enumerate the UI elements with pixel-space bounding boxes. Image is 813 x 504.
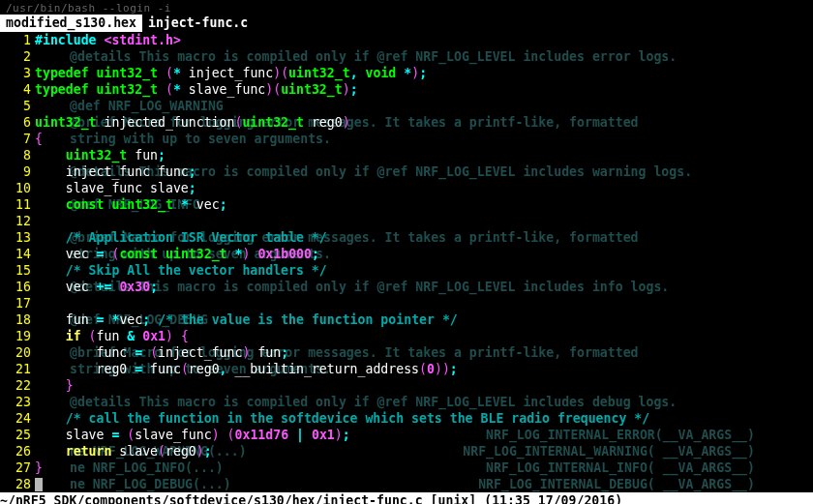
code-line[interactable]: 4typedef uint32_t (* slave_func)(uint32_…: [0, 81, 813, 98]
token-paren: )(: [265, 82, 281, 97]
ghost-text: @def NRF_LOG_WARNING: [70, 98, 224, 114]
code-content[interactable]: typedef uint32_t (* slave_func)(uint32_t…: [35, 81, 813, 98]
code-content[interactable]: @def NRF_LOG_WARNING: [35, 98, 813, 114]
code-content[interactable]: @details This macro is compiled only if …: [35, 163, 813, 180]
code-content[interactable]: string with up to seven arguments. vec =…: [35, 246, 813, 262]
code-content[interactable]: ne NRF_LOG_INFO(...)NRF_LOG_INTERNAL_INF…: [35, 460, 813, 476]
code-line[interactable]: 21string with up to seven arguments. reg…: [0, 361, 813, 377]
code-line[interactable]: 6@brief Macro for logging error messages…: [0, 114, 813, 131]
code-content[interactable]: uint32_t fun;: [35, 147, 813, 163]
code-content[interactable]: string with up to seven arguments.{: [35, 131, 813, 147]
code-line[interactable]: 15 /* Skip All the vector handlers */: [0, 262, 813, 279]
token-comment: /* call the function in the softdevice w…: [66, 411, 649, 426]
token-ident: reg0: [166, 444, 196, 459]
code-line[interactable]: 11@def NRF_LOG_INFO const uint32_t * vec…: [0, 196, 813, 213]
code-content[interactable]: @brief Macro for logging error messages.…: [35, 344, 813, 361]
code-area[interactable]: 1#include <stdint.h>2@details This macro…: [0, 32, 813, 492]
code-line[interactable]: 26ne NRF_LOG_WARNING(...)NRF_LOG_INTERNA…: [0, 443, 813, 460]
token-ident: fun: [250, 345, 281, 360]
token-type: const: [119, 247, 158, 261]
code-content[interactable]: }: [35, 377, 813, 394]
token-ident: [220, 428, 227, 442]
gutter-line-number: 27: [0, 460, 35, 476]
token-ident: [288, 428, 296, 442]
token-punc: ;: [220, 197, 227, 212]
code-content[interactable]: @def NRF_LOG_DEBUG fun = *vec; /* the va…: [35, 311, 813, 328]
token-punc: ;: [204, 444, 212, 459]
token-paren: (: [89, 329, 97, 343]
code-line[interactable]: 23@details This macro is compiled only i…: [0, 394, 813, 410]
token-paren: (: [150, 345, 158, 360]
code-line[interactable]: 27ne NRF_LOG_INFO(...)NRF_LOG_INTERNAL_I…: [0, 460, 813, 476]
code-line[interactable]: 7string with up to seven arguments.{: [0, 131, 813, 147]
token-paren: (: [419, 362, 427, 376]
token-paren: ): [335, 428, 343, 442]
code-line[interactable]: 13@brief Macro for logging error message…: [0, 229, 813, 246]
gutter-line-number: 7: [0, 131, 35, 147]
token-ident: [35, 230, 66, 245]
code-content[interactable]: if (fun & 0x1) {: [35, 328, 813, 344]
code-content[interactable]: @brief Macro for logging error messages.…: [35, 229, 813, 246]
token-type: uint32_t: [242, 115, 304, 130]
code-content[interactable]: @details This macro is compiled only if …: [35, 279, 813, 295]
code-content[interactable]: ne NRF_LOG_DEBUG(...)NRF_LOG_INTERNAL_DE…: [35, 476, 813, 492]
code-content[interactable]: string with up to seven arguments. reg0 …: [35, 361, 813, 377]
code-content[interactable]: @details This macro is compiled only if …: [35, 48, 813, 65]
code-line[interactable]: 3typedef uint32_t (* inject_func)(uint32…: [0, 65, 813, 81]
token-type: uint32_t: [288, 66, 350, 80]
token-ident: vec: [35, 280, 97, 294]
code-content[interactable]: NRF_LOG_INTERNAL_ERROR(__VA_ARGS__) slav…: [35, 427, 813, 443]
token-ident: func: [35, 345, 135, 360]
token-paren: {: [35, 132, 43, 146]
code-content[interactable]: slave_func slave;: [35, 180, 813, 196]
token-ident: fun: [97, 329, 128, 343]
code-content[interactable]: @def NRF_LOG_INFO const uint32_t * vec;: [35, 196, 813, 213]
code-content[interactable]: /* Skip All the vector handlers */: [35, 262, 813, 279]
code-line[interactable]: 1#include <stdint.h>: [0, 32, 813, 48]
code-line[interactable]: 14string with up to seven arguments. vec…: [0, 246, 813, 262]
code-line[interactable]: 8 uint32_t fun;: [0, 147, 813, 163]
code-content[interactable]: /* call the function in the softdevice w…: [35, 410, 813, 427]
tab-inject-func-c[interactable]: inject-func.c: [142, 15, 254, 32]
code-line[interactable]: 12: [0, 213, 813, 229]
code-line[interactable]: 19 if (fun & 0x1) {: [0, 328, 813, 344]
code-line[interactable]: 9@details This macro is compiled only if…: [0, 163, 813, 180]
token-ident: [142, 345, 150, 360]
code-line[interactable]: 22 }: [0, 377, 813, 394]
code-line[interactable]: 2@details This macro is compiled only if…: [0, 48, 813, 65]
token-punc: *: [404, 66, 411, 80]
code-line[interactable]: 16@details This macro is compiled only i…: [0, 279, 813, 295]
code-line[interactable]: 24 /* call the function in the softdevic…: [0, 410, 813, 427]
token-keyword: if: [66, 329, 81, 343]
tab-modified-s130-hex[interactable]: modified_s130.hex: [0, 15, 142, 32]
code-line[interactable]: 10 slave_func slave;: [0, 180, 813, 196]
token-paren: (: [166, 82, 173, 97]
tab-bar[interactable]: modified_s130.hexinject-func.c: [0, 15, 813, 32]
token-ident: [150, 312, 158, 327]
token-punc: ;: [312, 247, 319, 261]
code-content[interactable]: @details This macro is compiled only if …: [35, 394, 813, 410]
code-content[interactable]: [35, 295, 813, 311]
code-content[interactable]: [35, 213, 813, 229]
token-type: uint32_t: [35, 115, 97, 130]
token-ident: inject_func: [181, 66, 273, 80]
code-line[interactable]: 18@def NRF_LOG_DEBUG fun = *vec; /* the …: [0, 311, 813, 328]
token-ident: reg0: [304, 115, 343, 130]
code-content[interactable]: #include <stdint.h>: [35, 32, 813, 48]
code-line[interactable]: 5@def NRF_LOG_WARNING: [0, 98, 813, 114]
gutter-line-number: 25: [0, 427, 35, 443]
code-line[interactable]: 28ne NRF_LOG_DEBUG(...)NRF_LOG_INTERNAL_…: [0, 476, 813, 492]
gutter-line-number: 22: [0, 377, 35, 394]
ghost-text: @details This macro is compiled only if …: [70, 279, 669, 295]
code-content[interactable]: ne NRF_LOG_WARNING(...)NRF_LOG_INTERNAL_…: [35, 443, 813, 460]
code-line[interactable]: 17: [0, 295, 813, 311]
token-punc: *: [181, 197, 189, 212]
token-paren: ): [411, 66, 419, 80]
token-num: 0x30: [119, 280, 150, 294]
gutter-line-number: 19: [0, 328, 35, 344]
code-line[interactable]: 25NRF_LOG_INTERNAL_ERROR(__VA_ARGS__) sl…: [0, 427, 813, 443]
token-type: typedef: [35, 66, 89, 80]
code-line[interactable]: 20@brief Macro for logging error message…: [0, 344, 813, 361]
code-content[interactable]: typedef uint32_t (* inject_func)(uint32_…: [35, 65, 813, 81]
code-content[interactable]: @brief Macro for logging error messages.…: [35, 114, 813, 131]
